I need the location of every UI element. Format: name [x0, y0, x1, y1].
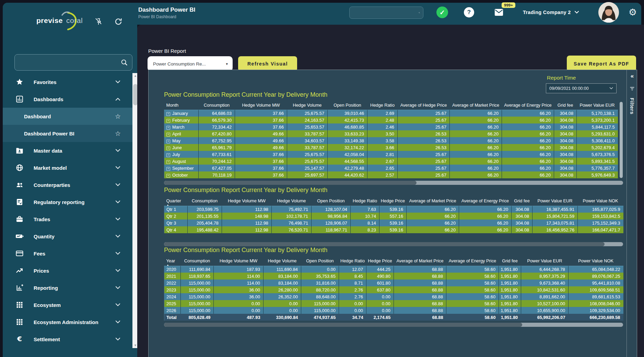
scrollbar-thumb[interactable]	[164, 181, 417, 185]
sidebar-item-quantity[interactable]: Quantity	[3, 228, 132, 245]
column-header-power-value-eur[interactable]: Power Value EUR	[521, 256, 569, 266]
column-header-power-value-eur[interactable]: Power Value EUR	[577, 101, 618, 110]
column-header-hedge-volume[interactable]: Hedge Volume	[264, 256, 301, 266]
expand-row-icon[interactable]: +	[166, 112, 170, 116]
table-row[interactable]: +April67,420.8049.6633,787.5733,633.233.…	[164, 130, 618, 137]
column-header-consumption[interactable]: Consumption	[181, 256, 214, 266]
table-row[interactable]: +July67,733.6137.6625,675.5742,058.042.8…	[164, 151, 618, 158]
favorite-star-icon[interactable]: ☆	[115, 130, 121, 138]
column-header-grid-fee[interactable]: Grid fee	[499, 256, 521, 266]
table-row[interactable]: +August70,244.1237.6625,675.5744,568.552…	[164, 158, 618, 165]
table-row[interactable]: 2021118,937.65114.0083,184.0035,753.658.…	[164, 273, 623, 279]
table-row[interactable]: +October70,118.1937.6625,697.5744,420.62…	[164, 171, 618, 178]
table-row[interactable]: 2026115,000.000.000.00115,000.000.000.00…	[164, 307, 623, 314]
sidebar-subitem-dashboard-power-bi[interactable]: Dashboard Power BI☆	[3, 125, 132, 142]
expand-row-icon[interactable]: +	[166, 174, 170, 178]
column-header-average-of-market-price[interactable]: Average of Market Price	[394, 256, 446, 266]
column-header-grid-fee[interactable]: Grid fee	[512, 196, 532, 206]
settings-gear-icon[interactable]: ⚙	[629, 7, 637, 18]
table-row[interactable]: +February66,579.3037.6624,163.5742,415.7…	[164, 117, 618, 123]
column-header-open-position[interactable]: Open Position	[328, 101, 367, 110]
horizontal-scrollbar[interactable]	[164, 242, 623, 246]
favorite-star-icon[interactable]: ☆	[115, 112, 121, 120]
column-header-consumption[interactable]: Consumption	[199, 101, 235, 110]
table-row[interactable]: +January64,686.0337.6625,675.5739,010.46…	[164, 110, 618, 117]
help-icon[interactable]: ?	[464, 7, 474, 17]
sidebar-item-trades[interactable]: Trades	[3, 211, 132, 228]
column-header-power-value-nok[interactable]: Power Value NOK	[569, 256, 623, 266]
column-header-hedge-ratio[interactable]: Hedge Ratio	[367, 101, 398, 110]
company-selector[interactable]: Trading Company 2	[523, 0, 579, 25]
sidebar-item-ecosystem[interactable]: Ecosystem	[3, 296, 132, 313]
column-header-open-position[interactable]: Open Position	[312, 196, 351, 206]
column-header-hedge-volume[interactable]: Hedge Volume	[287, 101, 328, 110]
column-header-open-position[interactable]: Open Position	[301, 256, 339, 266]
avatar[interactable]	[598, 2, 619, 23]
column-header-hedge-volume-mw[interactable]: Hedge Volume MW	[235, 101, 287, 110]
column-header-power-value-nok[interactable]: Power Value NOK	[578, 196, 623, 206]
sidebar-item-settlement[interactable]: €Settlement	[3, 331, 132, 348]
column-header-hedge-ratio[interactable]: Hedge Ratio	[351, 196, 379, 206]
column-header-hedge-volume-mw[interactable]: Hedge Volume MW	[214, 256, 264, 266]
table-row[interactable]: Qtr 3205,404.78112.9876,498.71128,906.07…	[164, 219, 623, 226]
sidebar-item-market-model[interactable]: Market model	[3, 159, 132, 176]
sidebar-subitem-dashboard[interactable]: Dashboard☆	[3, 108, 132, 125]
refresh-icon[interactable]	[114, 17, 123, 27]
column-header-power-value-eur[interactable]: Power Value EUR	[532, 196, 578, 206]
column-header-quarter[interactable]: Quarter▲	[164, 196, 188, 206]
save-report-pdf-button[interactable]: Save Report As PDF	[567, 56, 636, 72]
table-row[interactable]: Qtr 4195,488.42112.9876,520.71118,967.71…	[164, 226, 623, 233]
table-row[interactable]: +May67,752.9549.6634,603.5733,149.383.58…	[164, 137, 618, 144]
scrollbar-thumb[interactable]	[164, 323, 522, 327]
expand-row-icon[interactable]: +	[166, 126, 170, 130]
column-header-hedge-volume[interactable]: Hedge Volume	[272, 196, 312, 206]
sidebar-item-reporting[interactable]: Reporting	[3, 279, 132, 296]
collapse-panel-icon[interactable]: «	[631, 73, 634, 80]
column-header-grid-fee[interactable]: Grid fee	[554, 101, 577, 110]
column-header-hedge-price[interactable]: Hedge Price	[366, 256, 394, 266]
table-row[interactable]: +June65,961.7949.6633,787.5732,174.223.6…	[164, 144, 618, 151]
expand-row-icon[interactable]: +	[166, 160, 170, 164]
sidebar-item-master-data[interactable]: Master data	[3, 142, 132, 159]
sidebar-item-prices[interactable]: Prices	[3, 262, 132, 279]
table-row[interactable]: 2025115,000.000.000.00115,000.000.000.00…	[164, 300, 623, 307]
sidebar-item-fees[interactable]: Fees	[3, 245, 132, 262]
sidebar-item-dashboards[interactable]: Dashboards	[3, 91, 132, 108]
unpin-sidebar-icon[interactable]	[94, 17, 103, 27]
scrollbar-thumb[interactable]	[164, 242, 605, 246]
table-row[interactable]: Qtr 2201,135.55148.98102,178.7198,956.84…	[164, 213, 623, 219]
table-row[interactable]: +March72,334.4237.6625,653.5746,680.852.…	[164, 123, 618, 130]
header-search-input[interactable]	[350, 10, 419, 15]
report-select[interactable]: Power Consumption Re... ▾	[148, 56, 233, 71]
table-row[interactable]: 2024115,000.0036.0026,352.0088,648.002.7…	[164, 293, 623, 300]
expand-row-icon[interactable]: +	[166, 119, 170, 123]
horizontal-scrollbar[interactable]	[164, 323, 623, 327]
expand-row-icon[interactable]: +	[166, 153, 170, 157]
column-header-average-of-energy-price[interactable]: Average of Energy Price	[502, 101, 554, 110]
horizontal-scrollbar[interactable]	[164, 181, 623, 185]
column-header-average-of-energy-price[interactable]: Average of Energy Price	[459, 196, 512, 206]
table-row[interactable]: 2020111,690.84187.93111,690.840.0012.074…	[164, 266, 623, 273]
status-check-icon[interactable]: ✓	[436, 7, 448, 18]
column-header-year[interactable]: Year▲	[164, 256, 181, 266]
sidebar-search-input[interactable]	[15, 60, 120, 66]
expand-row-icon[interactable]: +	[166, 146, 170, 150]
expand-row-icon[interactable]: +	[166, 167, 170, 171]
refresh-visual-button[interactable]: Refresh Visual	[238, 56, 297, 71]
column-header-hedge-volume-mw[interactable]: Hedge Volume MW	[222, 196, 272, 206]
sidebar-item-ecosystem-administration[interactable]: Ecosystem Administration	[3, 313, 132, 331]
column-header-month[interactable]: Month	[164, 101, 199, 110]
column-header-hedge-ratio[interactable]: Hedge Ratio	[339, 256, 366, 266]
column-header-average-of-energy-price[interactable]: Average of Energy Price	[446, 256, 499, 266]
table-total-row[interactable]: Total805,628.49487.93330,690.84474,937.6…	[164, 314, 623, 321]
table-row[interactable]: Qtr 1203,599.75112.9875,492.71128,107.04…	[164, 206, 623, 213]
column-header-hedge-price[interactable]: Hedge Price	[379, 196, 407, 206]
vertical-scrollbar[interactable]	[620, 102, 623, 178]
column-header-consumption[interactable]: Consumption	[188, 196, 222, 206]
column-header-average-of-market-price[interactable]: Average of Market Price	[450, 101, 502, 110]
table-row[interactable]: 2023115,000.0036.0026,280.0088,720.002.7…	[164, 286, 623, 293]
mail-icon[interactable]	[494, 9, 504, 17]
sidebar-item-counterparties[interactable]: Counterparties	[3, 176, 132, 193]
sidebar-item-regulatory-reporting[interactable]: Regulatory reporting	[3, 193, 132, 211]
table-row[interactable]: 2022115,000.00114.0083,184.0031,816.008.…	[164, 279, 623, 286]
